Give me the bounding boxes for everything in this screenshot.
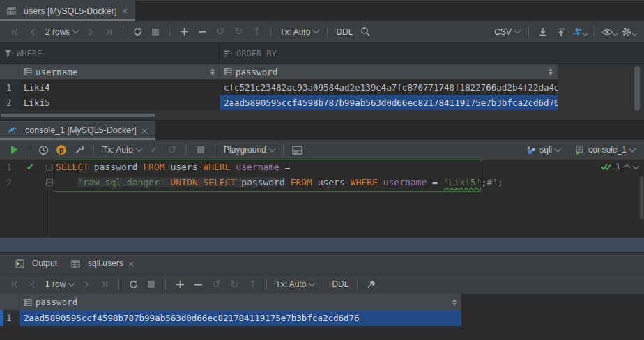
delete-row-button[interactable]: − (191, 277, 205, 292)
fold-marker-icon[interactable] (46, 179, 53, 186)
sql-line-2[interactable]: 'raw_sql_danger' UNION SELECT password F… (56, 175, 503, 190)
session-selector[interactable]: console_1 (575, 145, 635, 155)
column-icon (24, 68, 32, 76)
chevron-down-icon (632, 31, 637, 36)
pin-tab-icon[interactable] (365, 277, 378, 292)
filter-funnel-icon (4, 49, 13, 58)
tab-sqli-users-result[interactable]: sqli.users × (64, 253, 142, 274)
export-format-selector[interactable]: CSV (494, 27, 520, 37)
submit-changes-icon[interactable]: ↑ (245, 277, 259, 292)
undo-icon[interactable]: ↺ (209, 277, 223, 292)
tx-label: Tx: Auto (102, 145, 133, 155)
where-filter-field[interactable]: WHERE (0, 43, 220, 63)
close-icon[interactable]: × (141, 126, 148, 135)
run-button[interactable] (8, 142, 22, 157)
tx-mode-selector[interactable]: Tx: Auto (102, 145, 141, 155)
tab-users-table[interactable]: users [MySQL5-Docker] × (0, 1, 135, 21)
fold-marker-icon[interactable] (46, 164, 53, 171)
table-icon (71, 259, 80, 268)
next-problem-icon[interactable] (633, 162, 640, 169)
order-by-filter-field[interactable]: ORDER BY (220, 43, 644, 63)
cell-username[interactable]: Liki5 (20, 95, 220, 110)
sql-line-1[interactable]: SELECT password FROM users WHERE usernam… (56, 160, 291, 175)
close-icon[interactable]: × (121, 6, 128, 15)
next-page-button[interactable] (84, 24, 98, 40)
active-tab-underline (64, 272, 142, 274)
compare-data-icon[interactable] (572, 24, 587, 40)
delete-row-button[interactable]: − (195, 24, 209, 40)
tab-console-1[interactable]: console_1 [MySQL5-Docker] × (0, 121, 155, 140)
column-header-password[interactable]: password (20, 294, 461, 310)
page-size-selector[interactable]: 2 rows (45, 27, 78, 37)
panel-splitter[interactable] (0, 238, 644, 252)
commit-icon[interactable]: ✔ (147, 142, 161, 157)
stop-button[interactable] (148, 24, 162, 40)
playground-selector[interactable]: Playground (224, 145, 275, 155)
sort-toggle-icon[interactable] (206, 68, 215, 75)
add-row-button[interactable]: + (177, 24, 191, 40)
tx-mode-selector[interactable]: Tx: Auto (279, 27, 319, 37)
view-options-eye-icon[interactable] (601, 24, 617, 40)
ddl-button[interactable]: DDL (332, 279, 348, 289)
submit-changes-icon[interactable]: ↑ (250, 24, 263, 40)
previous-problem-icon[interactable] (624, 164, 631, 171)
sql-keyword: WHERE (203, 162, 230, 172)
table-row: 2 Liki5 2aad5890595ccf4598b787b99ab563d0… (0, 95, 558, 110)
undo-icon[interactable]: ↺ (213, 24, 227, 40)
grid-header-row: password (0, 294, 461, 310)
cell-password-selected[interactable]: 2aad5890595ccf4598b787b99ab563d0d66ec821… (20, 310, 461, 326)
column-header-username[interactable]: username (20, 64, 220, 79)
tx-mode-selector[interactable]: Tx: Auto (275, 279, 314, 289)
stop-icon (152, 29, 159, 36)
reload-data-icon[interactable] (126, 277, 140, 292)
active-tab-underline (0, 19, 135, 21)
last-page-button[interactable] (102, 24, 116, 40)
reload-data-icon[interactable] (130, 24, 144, 40)
horizontal-scrollbar[interactable] (1, 114, 155, 117)
gear-settings-icon[interactable] (621, 24, 636, 40)
stop-button[interactable] (144, 277, 158, 292)
schema-selector[interactable]: sqli (527, 145, 560, 155)
rollback-icon[interactable]: ↺ (165, 142, 179, 157)
active-tab-underline (0, 138, 155, 140)
column-icon (224, 68, 232, 76)
parameters-icon[interactable]: p (54, 142, 68, 157)
inspection-widget[interactable]: 1 (601, 162, 638, 171)
column-header-password[interactable]: password (220, 64, 558, 79)
output-layout-icon[interactable] (291, 142, 305, 157)
vertical-scrollbar[interactable] (634, 66, 640, 111)
previous-page-button[interactable] (26, 24, 40, 40)
sort-toggle-icon[interactable] (544, 68, 553, 75)
sql-whitespace (285, 177, 291, 187)
page-size-selector[interactable]: 1 row (45, 279, 74, 289)
cell-username[interactable]: Liki4 (20, 79, 220, 95)
close-icon[interactable]: × (128, 259, 135, 268)
previous-page-button[interactable] (26, 277, 40, 292)
redo-icon[interactable]: ↻ (227, 277, 241, 292)
import-data-icon[interactable] (554, 24, 568, 40)
ddl-button[interactable]: DDL (336, 27, 353, 37)
console-toolbar: p Tx: Auto ✔ ↺ Playground sqli console_1 (0, 140, 644, 160)
add-row-button[interactable]: + (173, 277, 187, 292)
row-number[interactable]: 1 (0, 79, 20, 95)
last-page-button[interactable] (98, 277, 112, 292)
sql-editor[interactable]: 1 2 ✔ SELECT password FROM users WHERE u… (0, 160, 644, 238)
editor-scrollbar[interactable] (640, 176, 643, 219)
first-page-button[interactable] (8, 277, 22, 292)
cell-password[interactable]: cfc521c23482ac93a09584ad2e139c4a7fc87077… (220, 79, 558, 95)
next-page-button[interactable] (79, 277, 93, 292)
cell-password-selected[interactable]: 2aad5890595ccf4598b787b99ab563d0d66ec821… (220, 95, 558, 110)
first-page-button[interactable] (8, 24, 22, 40)
search-icon[interactable] (358, 24, 372, 40)
wrench-icon[interactable] (72, 142, 86, 157)
sort-toggle-icon[interactable] (448, 299, 457, 306)
stop-button[interactable] (194, 142, 208, 157)
sql-identifier: password (241, 177, 285, 187)
top-tabstrip: users [MySQL5-Docker] × (0, 0, 644, 21)
redo-icon[interactable]: ↻ (231, 24, 245, 40)
history-clock-icon[interactable] (36, 142, 50, 157)
datagrip-window: users [MySQL5-Docker] × 2 rows + − ↺ ↻ ↑… (0, 0, 644, 340)
tab-output[interactable]: Output (8, 253, 64, 274)
row-number[interactable]: 2 (0, 95, 20, 110)
export-data-icon[interactable] (536, 24, 550, 40)
